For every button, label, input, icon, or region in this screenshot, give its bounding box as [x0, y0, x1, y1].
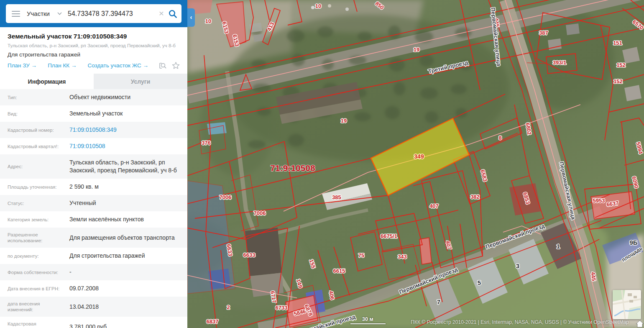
tree-blob — [288, 134, 304, 146]
row-label: Разрешенное использование: — [8, 228, 65, 248]
row-value-link[interactable]: 71:09:010508 — [65, 138, 187, 154]
map-label-75: 75 — [358, 252, 364, 259]
map-label-9Б: 9Б — [629, 239, 637, 246]
search-header: Участки × — [0, 0, 187, 27]
panel-collapse-button[interactable]: ‹ — [187, 8, 195, 27]
info-table: Тип:Объект недвижимостиВид:Земельный уча… — [0, 89, 187, 328]
row-value: - — [65, 264, 187, 280]
map-label-393-1: 393/1 — [553, 59, 567, 66]
pkk-app: 1061536153413108501919376700670063856633… — [0, 0, 644, 328]
row-value: Тульская область, р-н Заокский, рп Заокс… — [65, 154, 187, 179]
map-label-151: 151 — [613, 40, 622, 46]
home-icon[interactable] — [636, 320, 644, 328]
satellite-map: 1061536153413108501919376700670063856633… — [187, 0, 644, 328]
search-input[interactable] — [68, 10, 156, 18]
panel-tabs: Информация Услуги — [0, 74, 187, 89]
map-label-7006: 7006 — [254, 210, 266, 216]
search-icon[interactable] — [168, 9, 177, 18]
map-label-407: 407 — [429, 203, 439, 209]
map-label-6615: 6615 — [333, 268, 345, 274]
table-row: Кадастровый номер:71:09:010508:349 — [0, 122, 187, 138]
tree-blob — [354, 112, 371, 121]
doc-search-icon[interactable] — [159, 62, 167, 69]
row-label: Вид: — [8, 107, 65, 121]
map-label-7006: 7006 — [220, 194, 232, 200]
row-label: Дата внесения в ЕГРН: — [8, 282, 65, 296]
table-row: Дата внесения в ЕГРН:09.07.2008 — [0, 280, 187, 297]
tree-blob — [420, 87, 438, 99]
row-value: 09.07.2008 — [65, 280, 187, 297]
parcel-purpose: Для строительства гаражей — [8, 51, 180, 58]
row-label: Категория земель: — [8, 213, 65, 227]
map-label-6675-1: 6675/1 — [381, 233, 397, 239]
row-label: Адрес: — [8, 159, 65, 174]
row-label: Форма собственности: — [8, 265, 65, 279]
plan-kk-link[interactable]: План КК → — [48, 62, 77, 69]
row-value: 13.04.2018 — [65, 299, 187, 315]
table-row: Форма собственности:- — [0, 264, 187, 280]
menu-icon[interactable] — [12, 11, 20, 17]
create-zhs-link[interactable]: Создать участок ЖС → — [87, 62, 148, 69]
table-row: Адрес:Тульская область, р-н Заокский, рп… — [0, 154, 187, 179]
row-label: Статус: — [8, 196, 65, 210]
row-value: Земельный участок — [65, 105, 187, 122]
row-label: Кадастровая стоимость: — [8, 317, 65, 328]
row-value: Земли населённых пунктов — [65, 211, 187, 228]
table-row: Разрешенное использование:Для размещения… — [0, 228, 187, 248]
table-row: Площадь уточненная:2 590 кв. м — [0, 179, 187, 195]
tree-blob — [389, 58, 405, 72]
row-label: дата внесения изменений: — [8, 297, 65, 317]
minimap-inset[interactable] — [613, 290, 641, 319]
map-label-7: 7 — [437, 298, 440, 305]
row-value: 3 781 000 руб. — [65, 319, 187, 328]
star-icon[interactable] — [172, 62, 180, 69]
row-value-link[interactable]: 71:09:010508:349 — [65, 122, 187, 138]
tree-blob — [425, 111, 438, 123]
map-label-152: 152 — [616, 62, 626, 68]
clear-search-icon[interactable]: × — [156, 9, 168, 18]
tree-blob — [248, 140, 266, 149]
table-row: Кадастровый квартал!:71:09:010508 — [0, 138, 187, 154]
plan-zu-link[interactable]: План ЗУ → — [8, 62, 37, 69]
tab-services[interactable]: Услуги — [94, 74, 187, 89]
tab-information[interactable]: Информация — [0, 74, 94, 89]
row-label: Площадь уточненная: — [8, 180, 65, 194]
tree-blob — [257, 108, 271, 116]
tree-blob — [385, 106, 400, 119]
tree-blob — [358, 32, 372, 41]
scale-line — [350, 323, 386, 324]
tree-blob — [394, 82, 405, 95]
search-bar: Участки × — [6, 4, 181, 23]
table-row: дата внесения изменений:13.04.2018 — [0, 297, 187, 317]
row-value: 2 590 кв. м — [65, 179, 187, 195]
scale-label: 30 м — [362, 316, 396, 322]
map-label-10: 10 — [315, 3, 321, 9]
map-label-19: 19 — [414, 46, 419, 53]
search-category-label: Участки — [27, 10, 50, 17]
map-label-343: 343 — [398, 254, 407, 260]
row-value: Для размещения объектов транспорта — [65, 230, 187, 246]
map-label-152: 152 — [613, 78, 623, 85]
table-row: Вид:Земельный участок — [0, 105, 187, 122]
row-value: Учтенный — [65, 195, 187, 211]
row-value: Объект недвижимости — [65, 89, 187, 105]
row-label: Тип: — [8, 90, 65, 105]
parcel-links: План ЗУ → План КК → Создать участок ЖС → — [8, 62, 180, 74]
map-label-10: 10 — [205, 18, 211, 24]
map-label-6733: 6733 — [276, 305, 288, 311]
table-row: по документу:Для строительства гаражей — [0, 248, 187, 264]
map-label-6633: 6633 — [243, 252, 256, 258]
row-label: Кадастровый номер: — [8, 123, 65, 137]
scale-bar: 30 м — [350, 316, 396, 324]
map-label-19: 19 — [341, 118, 347, 124]
map-viewport[interactable]: 1061536153413108501919376700670063856633… — [187, 0, 644, 328]
search-category-dropdown[interactable]: Участки — [27, 10, 62, 17]
tree-blob — [252, 84, 271, 92]
tree-blob — [415, 31, 433, 43]
map-label-385: 385 — [332, 194, 341, 200]
map-label-445: 445 — [590, 272, 597, 281]
table-row: Тип:Объект недвижимости — [0, 89, 187, 105]
minimap-doodle — [613, 290, 641, 319]
map-label-6837: 6837 — [207, 318, 219, 325]
map-label-349: 349 — [414, 153, 424, 160]
